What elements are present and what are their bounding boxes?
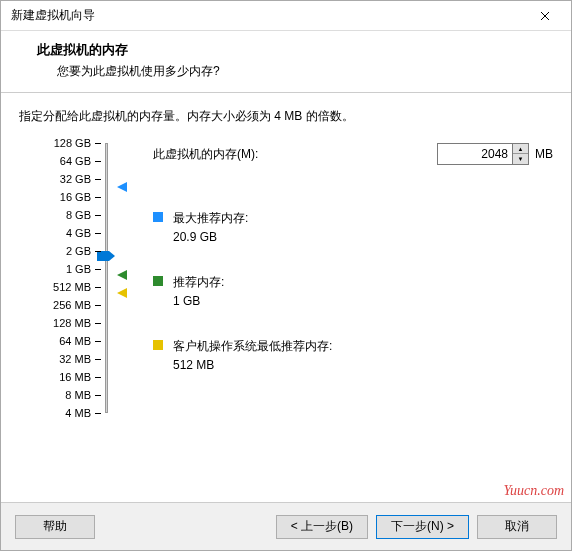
max-rec-value: 20.9 GB bbox=[173, 228, 248, 247]
min-rec-value: 512 MB bbox=[173, 356, 332, 375]
min-marker-icon[interactable] bbox=[117, 287, 127, 297]
scale-label: 32 GB bbox=[60, 173, 91, 185]
memory-unit: MB bbox=[535, 147, 553, 161]
info-column: 此虚拟机的内存(M): ▲ ▼ MB 最大推荐内存: 20.9 GB bbox=[113, 143, 553, 173]
memory-input[interactable] bbox=[437, 143, 513, 165]
memory-input-row: 此虚拟机的内存(M): ▲ ▼ MB bbox=[153, 143, 553, 165]
page-title: 此虚拟机的内存 bbox=[19, 41, 553, 59]
scale-label: 32 MB bbox=[59, 353, 91, 365]
scale-tick bbox=[95, 323, 101, 324]
memory-label: 此虚拟机的内存(M): bbox=[153, 146, 437, 163]
rec-label: 推荐内存: bbox=[173, 273, 224, 292]
scale-tick bbox=[95, 143, 101, 144]
close-button[interactable] bbox=[527, 2, 563, 30]
content-area: 指定分配给此虚拟机的内存量。内存大小必须为 4 MB 的倍数。 128 GB64… bbox=[1, 93, 571, 502]
max-rec-text: 最大推荐内存: 20.9 GB bbox=[173, 209, 248, 247]
spinner-up[interactable]: ▲ bbox=[513, 144, 528, 154]
memory-area: 128 GB64 GB32 GB16 GB8 GB4 GB2 GB1 GB512… bbox=[19, 143, 553, 173]
scale-label: 8 MB bbox=[65, 389, 91, 401]
scale-tick bbox=[95, 305, 101, 306]
scale-label: 8 GB bbox=[66, 209, 91, 221]
svg-marker-1 bbox=[117, 182, 127, 192]
titlebar: 新建虚拟机向导 bbox=[1, 1, 571, 31]
scale-tick bbox=[95, 179, 101, 180]
recommended: 推荐内存: 1 GB bbox=[153, 273, 224, 311]
scale-tick bbox=[95, 395, 101, 396]
scale-tick bbox=[95, 161, 101, 162]
min-rec-text: 客户机操作系统最低推荐内存: 512 MB bbox=[173, 337, 332, 375]
help-button[interactable]: 帮助 bbox=[15, 515, 95, 539]
max-recommendation: 最大推荐内存: 20.9 GB bbox=[153, 209, 248, 247]
scale-label: 64 GB bbox=[60, 155, 91, 167]
scale-tick bbox=[95, 341, 101, 342]
wizard-window: 新建虚拟机向导 此虚拟机的内存 您要为此虚拟机使用多少内存? 指定分配给此虚拟机… bbox=[0, 0, 572, 551]
footer: 帮助 < 上一步(B) 下一步(N) > 取消 bbox=[1, 502, 571, 550]
scale-tick bbox=[95, 251, 101, 252]
square-icon bbox=[153, 340, 163, 350]
scale-label: 64 MB bbox=[59, 335, 91, 347]
svg-marker-2 bbox=[117, 270, 127, 280]
scale-label: 2 GB bbox=[66, 245, 91, 257]
scale-tick bbox=[95, 413, 101, 414]
scale-tick bbox=[95, 215, 101, 216]
min-rec-label: 客户机操作系统最低推荐内存: bbox=[173, 337, 332, 356]
min-recommendation: 客户机操作系统最低推荐内存: 512 MB bbox=[153, 337, 332, 375]
back-button[interactable]: < 上一步(B) bbox=[276, 515, 368, 539]
scale-tick bbox=[95, 287, 101, 288]
max-marker-icon[interactable] bbox=[117, 181, 127, 191]
slider-handle[interactable] bbox=[97, 251, 115, 261]
spinner-buttons: ▲ ▼ bbox=[513, 143, 529, 165]
cancel-button[interactable]: 取消 bbox=[477, 515, 557, 539]
memory-spinner: ▲ ▼ bbox=[437, 143, 529, 165]
instruction-text: 指定分配给此虚拟机的内存量。内存大小必须为 4 MB 的倍数。 bbox=[19, 108, 553, 125]
scale-label: 128 MB bbox=[53, 317, 91, 329]
scale-label: 256 MB bbox=[53, 299, 91, 311]
scale-label: 16 GB bbox=[60, 191, 91, 203]
scale-label: 1 GB bbox=[66, 263, 91, 275]
wizard-header: 此虚拟机的内存 您要为此虚拟机使用多少内存? bbox=[1, 31, 571, 93]
scale-label: 4 MB bbox=[65, 407, 91, 419]
slider-track[interactable] bbox=[105, 143, 108, 413]
scale-label: 128 GB bbox=[54, 137, 91, 149]
memory-scale: 128 GB64 GB32 GB16 GB8 GB4 GB2 GB1 GB512… bbox=[19, 143, 113, 173]
scale-tick bbox=[95, 269, 101, 270]
next-button[interactable]: 下一步(N) > bbox=[376, 515, 469, 539]
window-title: 新建虚拟机向导 bbox=[11, 7, 95, 24]
spinner-down[interactable]: ▼ bbox=[513, 154, 528, 164]
close-icon bbox=[540, 11, 550, 21]
scale-tick bbox=[95, 197, 101, 198]
scale-label: 16 MB bbox=[59, 371, 91, 383]
page-subtitle: 您要为此虚拟机使用多少内存? bbox=[19, 63, 553, 80]
scale-label: 4 GB bbox=[66, 227, 91, 239]
square-icon bbox=[153, 276, 163, 286]
square-icon bbox=[153, 212, 163, 222]
max-rec-label: 最大推荐内存: bbox=[173, 209, 248, 228]
scale-label: 512 MB bbox=[53, 281, 91, 293]
rec-text: 推荐内存: 1 GB bbox=[173, 273, 224, 311]
scale-tick bbox=[95, 359, 101, 360]
scale-tick bbox=[95, 377, 101, 378]
scale-tick bbox=[95, 233, 101, 234]
svg-marker-0 bbox=[97, 251, 115, 261]
rec-value: 1 GB bbox=[173, 292, 224, 311]
rec-marker-icon[interactable] bbox=[117, 269, 127, 279]
svg-marker-3 bbox=[117, 288, 127, 298]
